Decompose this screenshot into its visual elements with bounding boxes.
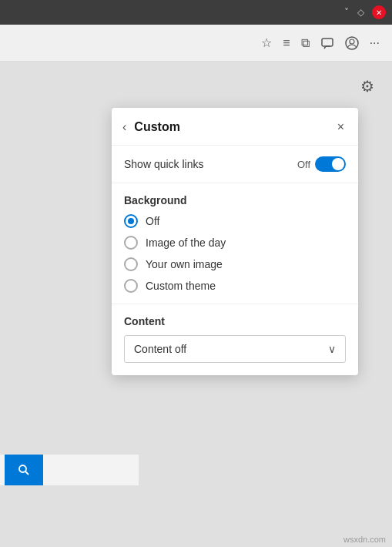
radio-off-label: Off: [146, 215, 159, 227]
reading-list-icon[interactable]: ≡: [283, 36, 290, 50]
content-dropdown[interactable]: Content off ∨: [124, 335, 346, 363]
search-button[interactable]: [5, 455, 43, 485]
radio-ownimage-circle: [124, 257, 138, 271]
panel-title: Custom: [134, 120, 335, 134]
radio-imageofday-label: Image of the day: [146, 237, 226, 249]
radio-item-custom-theme[interactable]: Custom theme: [124, 279, 346, 293]
title-bar: ˅ ◇ ✕: [0, 0, 392, 25]
chevron-down-icon[interactable]: ˅: [344, 7, 349, 18]
gear-button[interactable]: ⚙: [355, 74, 380, 99]
content-section: Content Content off ∨: [112, 304, 358, 375]
background-radio-group: Off Image of the day Your own image Cust…: [124, 214, 346, 293]
browser-content: ⚙ ‹ Custom × Show quick links Off: [0, 62, 392, 547]
content-dropdown-value: Content off: [134, 343, 186, 355]
content-section-title: Content: [124, 315, 346, 327]
radio-item-your-own-image[interactable]: Your own image: [124, 257, 346, 271]
radio-imageofday-circle: [124, 236, 138, 250]
background-section: Background Off Image of the day Your own…: [112, 183, 358, 304]
diamond-icon[interactable]: ◇: [353, 5, 367, 19]
svg-rect-0: [322, 39, 333, 46]
svg-line-4: [25, 471, 28, 475]
more-options-icon[interactable]: ···: [370, 36, 380, 50]
favorites-icon[interactable]: ☆: [261, 35, 272, 50]
panel-back-button[interactable]: ‹: [121, 119, 128, 136]
close-window-button[interactable]: ✕: [372, 5, 386, 19]
toolbar-icons: ☆ ≡ ⧉ ···: [261, 35, 380, 50]
profile-icon[interactable]: [345, 36, 359, 50]
panel-close-button[interactable]: ×: [336, 119, 346, 136]
toggle-container: Off: [297, 156, 346, 172]
background-section-title: Background: [124, 194, 346, 206]
address-bar-area: ☆ ≡ ⧉ ···: [0, 25, 392, 62]
chevron-down-icon: ∨: [328, 343, 336, 355]
title-bar-controls: ˅ ◇ ✕: [344, 5, 386, 19]
radio-ownimage-label: Your own image: [146, 258, 223, 270]
radio-customtheme-label: Custom theme: [146, 280, 216, 292]
radio-item-off[interactable]: Off: [124, 214, 346, 228]
radio-off-circle: [124, 214, 138, 228]
search-bar: [0, 455, 139, 485]
toggle-knob: [332, 158, 344, 170]
collections-icon[interactable]: ⧉: [301, 36, 310, 50]
radio-customtheme-circle: [124, 279, 138, 293]
quick-links-toggle[interactable]: [315, 156, 346, 172]
feedback-icon[interactable]: [320, 36, 334, 50]
svg-point-3: [19, 465, 26, 472]
custom-panel: ‹ Custom × Show quick links Off Backgrou…: [112, 108, 358, 375]
panel-header: ‹ Custom ×: [112, 108, 358, 146]
toggle-state-label: Off: [297, 159, 310, 170]
quick-links-section: Show quick links Off: [112, 146, 358, 183]
radio-item-image-of-the-day[interactable]: Image of the day: [124, 236, 346, 250]
svg-point-2: [350, 39, 354, 44]
quick-links-label: Show quick links: [124, 158, 204, 170]
watermark: wsxdn.com: [343, 535, 386, 544]
quick-links-row: Show quick links Off: [124, 156, 346, 172]
